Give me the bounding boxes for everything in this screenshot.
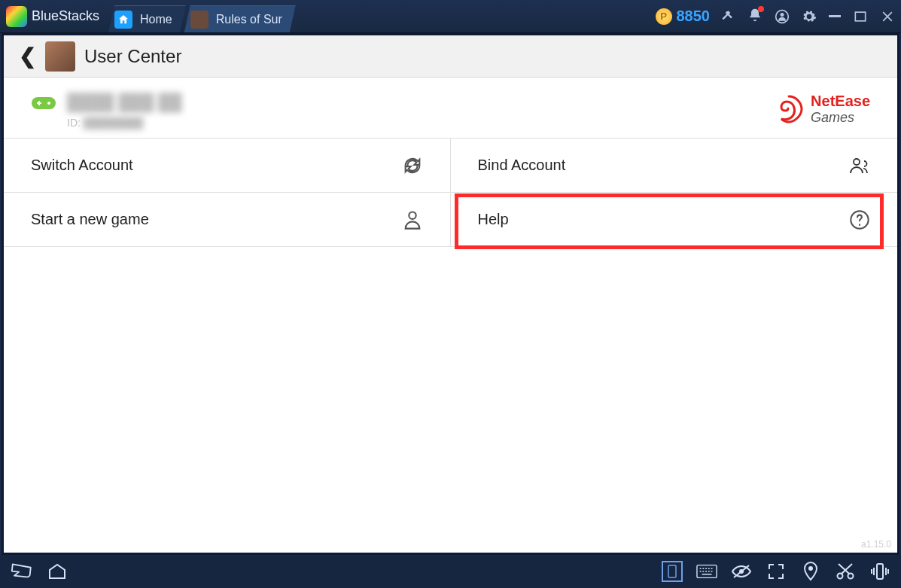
svg-point-5 [854,159,860,165]
game-tab-icon [190,11,209,29]
svg-rect-14 [877,564,883,579]
svg-point-11 [808,566,813,571]
refresh-icon [402,155,423,176]
coin-icon: P [656,8,672,25]
window-titlebar: BlueStacks Home Rules of Sur P 8850 [0,0,901,33]
svg-rect-8 [668,565,676,577]
svg-point-1 [781,13,784,17]
page-title: User Center [84,46,181,67]
visibility-off-button[interactable] [731,561,752,582]
svg-point-6 [409,212,415,218]
android-navbar [0,555,901,588]
gear-icon[interactable] [802,9,817,24]
option-switch-account[interactable]: Switch Account [4,139,451,193]
user-id-row: ID: ████████ [67,117,773,129]
person-icon [402,209,423,230]
svg-rect-3 [32,97,56,109]
hammer-icon[interactable] [720,9,735,24]
app-viewport: ❮ User Center ████ ███ ██ ID: ████████ N… [2,33,899,555]
svg-rect-2 [855,12,865,21]
home-icon [114,11,132,29]
option-label: Start a new game [31,211,402,228]
profile-icon[interactable] [775,9,790,24]
users-icon [849,155,870,176]
coin-value: 8850 [677,8,711,25]
netease-text2: Games [811,110,870,126]
option-new-game[interactable]: Start a new game [4,193,451,247]
close-button[interactable] [880,9,895,24]
option-label: Bind Account [478,157,850,174]
option-label: Switch Account [31,157,402,174]
user-info-block: ████ ███ ██ ID: ████████ NetEase Games [4,78,897,139]
maximize-button[interactable] [853,9,868,24]
bell-icon[interactable] [747,8,763,26]
tab-game[interactable]: Rules of Sur [184,5,296,32]
svg-point-13 [848,574,854,579]
keyboard-button[interactable] [696,561,717,582]
option-bind-account[interactable]: Bind Account [451,139,898,193]
fullscreen-button[interactable] [766,561,787,582]
home-nav-button[interactable] [47,561,68,582]
titlebar-actions [720,8,895,26]
back-button[interactable]: ❮ [19,44,36,69]
svg-point-12 [838,574,843,579]
option-label: Help [478,211,850,228]
game-thumbnail [45,41,75,72]
input-toggle-button[interactable] [662,561,683,582]
netease-brand: NetEase Games [773,93,870,126]
help-icon [849,209,870,230]
tab-label: Home [140,13,172,26]
option-help[interactable]: Help [451,193,898,247]
shake-button[interactable] [869,561,890,582]
options-grid: Switch Account Bind Account Start a new … [4,139,897,247]
controller-icon [31,94,56,112]
version-text: a1.15.0 [861,539,891,550]
window-tabs: Home Rules of Sur [108,0,294,32]
back-nav-button[interactable] [11,561,32,582]
svg-point-4 [47,102,50,105]
netease-logo-icon [773,93,805,125]
bluestacks-logo [6,6,27,27]
tab-label: Rules of Sur [216,13,282,26]
minimize-button[interactable] [829,15,841,17]
scissors-button[interactable] [835,561,856,582]
tab-home[interactable]: Home [108,5,186,32]
user-display-name: ████ ███ ██ [67,93,773,112]
netease-text1: NetEase [811,93,870,110]
page-header: ❮ User Center [4,35,897,78]
brand-name: BlueStacks [32,8,99,24]
coin-balance[interactable]: P 8850 [656,8,711,25]
location-button[interactable] [800,561,821,582]
